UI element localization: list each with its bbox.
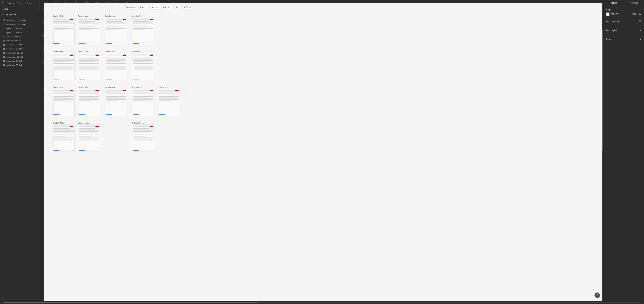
right-panel-tabs: Design Prototype xyxy=(604,0,644,6)
ruler-top-mark: -4000 xyxy=(54,1,64,3)
layer-item-name: infra-icon-32-dark xyxy=(6,35,21,38)
local-variables-section: Local variables xyxy=(604,18,644,27)
ruler-top-mark: -3000 xyxy=(74,1,85,3)
frame-label: Creation Mod... xyxy=(105,15,126,17)
layer-item[interactable]: workplace-icon-32-dark xyxy=(0,22,40,26)
visibility-icon[interactable] xyxy=(639,13,641,15)
local-styles-add-button[interactable]: + xyxy=(640,29,641,32)
frame-thumbnail[interactable] xyxy=(105,53,127,80)
layer-item[interactable]: workplace-icon-32-dark xyxy=(0,18,40,22)
layer-item[interactable]: infra-icon-32-dark xyxy=(0,39,40,43)
layer-icon xyxy=(3,27,5,30)
ruler-top-mark: -1500 xyxy=(105,1,115,3)
layer-item-name: cyber-icon-32-dark xyxy=(6,27,22,29)
frame-thumbnail[interactable] xyxy=(132,18,154,45)
canvas-area[interactable]: -4500-4000-3500-3000-2500-2000-1500-1000… xyxy=(41,0,603,301)
layer-item-name: infra-icon-32-dark xyxy=(6,40,21,42)
layer-item-name: social-icon-32-dark xyxy=(6,64,22,66)
layer-item-name: workplace-icon-32-dark xyxy=(6,23,26,25)
frame-thumbnail[interactable] xyxy=(52,18,74,45)
vertical-scrollbar-thumb[interactable] xyxy=(602,30,603,151)
page-color-row: F5F5F5 100% xyxy=(606,12,641,16)
page-opacity-value[interactable]: 100% xyxy=(632,13,636,15)
frame-label: Creation Mod... xyxy=(78,51,98,53)
layer-item[interactable]: health-icon-32-dark xyxy=(0,43,40,47)
tab-design[interactable]: Design xyxy=(604,0,624,6)
frame-group: Creation Mod... xyxy=(105,86,127,116)
frame-thumbnail[interactable] xyxy=(158,89,180,116)
frame-thumbnail[interactable] xyxy=(52,89,74,116)
chevron-up-icon[interactable]: ∧ xyxy=(38,2,40,4)
layer-icon xyxy=(3,35,5,38)
ruler-left-mark: -2500 xyxy=(41,7,44,10)
layer-item[interactable]: cyber-icon-32-dark xyxy=(0,26,40,30)
tab-prototype[interactable]: Prototype xyxy=(624,0,644,6)
top-component-chip[interactable]: ◆Contact xyxy=(126,5,137,9)
top-component-chip[interactable]: ◆... xyxy=(174,5,181,9)
ruler-left-mark: 1000 xyxy=(41,102,44,105)
ruler-left-mark: -1000 xyxy=(41,47,44,51)
ruler-left-mark: 500 xyxy=(41,88,44,90)
frame-thumbnail[interactable] xyxy=(52,53,74,80)
frame-thumbnail[interactable] xyxy=(78,89,100,116)
export-add-button[interactable]: + xyxy=(640,38,641,41)
components-tree: ▼ Components xyxy=(0,12,40,18)
layer-item[interactable]: natural-icon-32-dark xyxy=(0,51,40,55)
frame-group: Creation Mod... xyxy=(132,15,154,45)
top-component-chip[interactable]: ◆Sele... xyxy=(138,5,149,9)
layer-item[interactable]: health-icon-32-dark xyxy=(0,47,40,51)
frame-thumbnail[interactable] xyxy=(132,53,154,80)
local-styles-title: Local styles xyxy=(606,29,617,31)
page-color-swatch[interactable] xyxy=(606,12,610,16)
frame-label: Creation Mod... xyxy=(52,15,73,17)
components-label: Components xyxy=(5,13,16,16)
layer-icon xyxy=(3,31,5,34)
layer-item[interactable]: natural-icon-32-dark xyxy=(0,55,40,59)
layer-item[interactable]: infra-icon-32-dark xyxy=(0,34,40,39)
frame-group: Creation Mod... xyxy=(78,15,100,45)
sidebar-nav-layers[interactable]: Layers xyxy=(6,1,14,5)
frame-thumbnail[interactable] xyxy=(132,89,154,116)
frame-thumbnail[interactable] xyxy=(105,89,127,116)
horizontal-scrollbar-thumb[interactable] xyxy=(4,302,258,303)
frame-group: Creation Mod... xyxy=(52,86,74,116)
frame-thumbnail[interactable] xyxy=(78,124,100,151)
export-section: Export + xyxy=(604,36,644,45)
component-label: Picke... xyxy=(165,6,172,8)
svg-line-1 xyxy=(4,3,4,4)
top-component-chip[interactable]: ◆sug... xyxy=(150,5,160,9)
layer-item[interactable]: social-icon-32-dark xyxy=(0,59,40,63)
frame-label: Creation Mod... xyxy=(52,122,73,124)
frame-label: Creation Mod... xyxy=(132,51,152,53)
layer-item-name: workplace-icon-32-dark xyxy=(6,19,26,21)
top-component-chip[interactable]: ◆To... xyxy=(182,5,191,9)
page-color-value[interactable]: F5F5F5 xyxy=(611,13,618,15)
help-button[interactable]: ? xyxy=(594,293,600,298)
frame-thumbnail[interactable] xyxy=(132,124,154,151)
frame-thumbnail[interactable] xyxy=(105,18,127,45)
horizontal-scrollbar-track[interactable] xyxy=(4,302,640,303)
frame-group: Création Mod... xyxy=(132,122,154,151)
vertical-scrollbar[interactable] xyxy=(602,0,603,301)
ruler-left-mark: -1500 xyxy=(41,34,44,37)
frame-thumbnail[interactable] xyxy=(78,53,100,80)
local-variables-settings-icon[interactable] xyxy=(639,20,641,23)
layer-icon xyxy=(3,39,5,42)
components-tree-item[interactable]: ▼ Components xyxy=(2,13,38,16)
canvas-content[interactable]: ◆Contact◆Sele...◆sug...◆Picke...◆...◆To.… xyxy=(44,3,603,301)
layer-item[interactable]: cyber-icon-32-dark xyxy=(0,30,40,34)
frame-thumbnail[interactable] xyxy=(52,124,74,151)
sidebar-nav-components[interactable]: Compon... xyxy=(26,1,37,5)
layer-item[interactable]: social-icon-32-dark xyxy=(0,63,40,67)
layer-icon xyxy=(3,64,5,66)
ruler-top-mark: -1000 xyxy=(115,1,126,3)
sidebar-nav: Layers Assets Compon... ∧ xyxy=(0,0,40,6)
search-icon[interactable] xyxy=(1,1,5,5)
page-section-header: Page xyxy=(606,8,641,11)
top-component-chip[interactable]: ◆Picke... xyxy=(162,5,173,9)
frame-label: Creation Mod... xyxy=(158,86,178,88)
frame-thumbnail[interactable] xyxy=(78,18,100,45)
sidebar-nav-assets[interactable]: Assets xyxy=(16,1,24,5)
frame-group: Creation Mod... xyxy=(105,51,127,80)
add-page-button[interactable]: + xyxy=(37,8,38,10)
